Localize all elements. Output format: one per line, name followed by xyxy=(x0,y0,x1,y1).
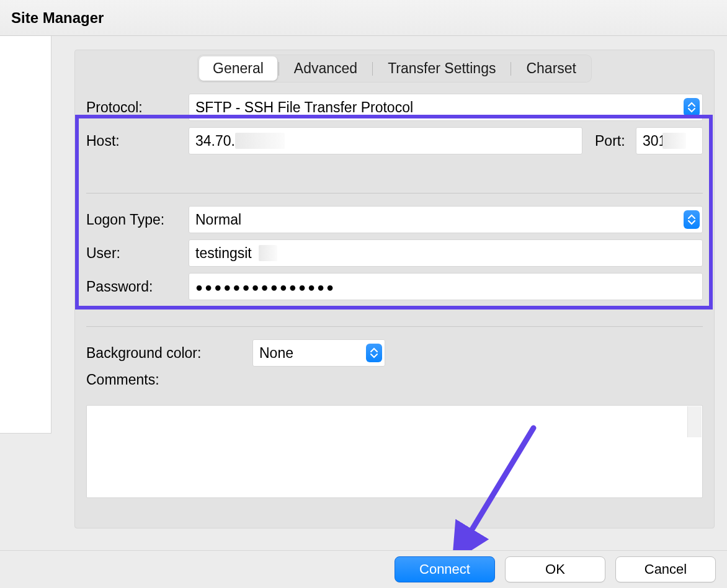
redaction-smudge xyxy=(235,133,285,149)
redaction-smudge xyxy=(259,245,277,261)
chevron-updown-icon xyxy=(684,98,700,117)
comments-label: Comments: xyxy=(86,372,159,388)
cancel-button[interactable]: Cancel xyxy=(615,556,716,582)
settings-panel: General Advanced Transfer Settings Chars… xyxy=(74,50,715,528)
logon-type-label: Logon Type: xyxy=(86,212,182,228)
bgcolor-value: None xyxy=(259,345,293,361)
logon-type-value: Normal xyxy=(195,212,241,228)
tab-charset[interactable]: Charset xyxy=(512,56,590,81)
password-value: ●●●●●●●●●●●●●●● xyxy=(195,280,336,294)
password-label: Password: xyxy=(86,278,182,295)
bgcolor-label: Background color: xyxy=(86,345,246,362)
logon-type-select[interactable]: Normal xyxy=(189,206,703,233)
connect-button[interactable]: Connect xyxy=(395,556,495,582)
host-input[interactable]: 34.70. xyxy=(189,127,582,154)
protocol-value: SFTP - SSH File Transfer Protocol xyxy=(195,99,413,115)
redaction-smudge xyxy=(662,133,686,149)
scrollbar[interactable] xyxy=(687,406,702,437)
host-value: 34.70. xyxy=(195,133,235,149)
user-label: User: xyxy=(86,245,182,262)
tab-separator xyxy=(372,62,373,76)
section-divider xyxy=(86,193,703,194)
tab-separator xyxy=(511,62,511,76)
ok-button[interactable]: OK xyxy=(505,556,605,582)
comments-textarea[interactable] xyxy=(86,405,703,498)
section-divider xyxy=(86,326,703,327)
sites-list-panel[interactable] xyxy=(0,36,51,434)
tab-transfer-settings[interactable]: Transfer Settings xyxy=(374,56,509,81)
host-label: Host: xyxy=(86,133,182,149)
protocol-label: Protocol: xyxy=(86,99,182,116)
settings-tabs: General Advanced Transfer Settings Chars… xyxy=(197,55,592,82)
password-input[interactable]: ●●●●●●●●●●●●●●● xyxy=(189,273,703,300)
tab-separator xyxy=(279,62,279,76)
protocol-select[interactable]: SFTP - SSH File Transfer Protocol xyxy=(189,94,703,121)
user-input[interactable]: testingsit xyxy=(189,239,703,267)
chevron-updown-icon xyxy=(684,210,700,229)
user-value: testingsit xyxy=(195,245,252,261)
tab-advanced[interactable]: Advanced xyxy=(280,56,371,81)
tab-general[interactable]: General xyxy=(199,56,277,81)
bgcolor-select[interactable]: None xyxy=(252,339,385,367)
chevron-updown-icon xyxy=(366,344,382,362)
window-titlebar: Site Manager xyxy=(0,0,727,36)
dialog-button-bar: Connect OK Cancel xyxy=(0,550,727,588)
port-input[interactable]: 301 xyxy=(636,127,703,154)
window-title: Site Manager xyxy=(11,9,104,27)
port-label: Port: xyxy=(595,133,630,149)
